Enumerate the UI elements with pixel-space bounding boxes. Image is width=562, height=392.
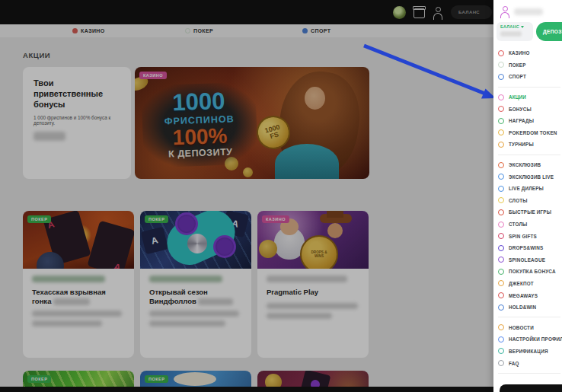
jackpot-icon [498, 280, 504, 286]
sidebar-item-kazino[interactable]: КАЗИНО [498, 47, 562, 59]
faq-icon [498, 360, 504, 366]
sidebar-item-hold-win[interactable]: HOLD&WIN [498, 301, 562, 314]
token-coin-icon [498, 129, 504, 135]
bonus-buy-icon [498, 269, 504, 275]
news-icon [498, 324, 504, 330]
sidebar-item-exclusive[interactable]: ЭКСКЛЮЗИВ [498, 159, 562, 171]
balance-label: БАЛАНС [500, 24, 519, 29]
exclusive-icon [498, 162, 504, 168]
exclusive-live-icon [498, 174, 504, 180]
sidebar-menu: БАЛАНС ДЕПОЗИТ КАЗИНО ПОКЕР СПОРТ А [493, 0, 562, 392]
sidebar-item-bonusy[interactable]: БОНУСЫ [498, 103, 562, 115]
tables-icon [498, 221, 504, 228]
dim-overlay [0, 0, 493, 392]
verification-check-icon [498, 348, 504, 354]
sidebar-item-akcii[interactable]: АКЦИИ [498, 91, 562, 104]
poker-chip-icon [498, 62, 504, 68]
fast-games-rocket-icon [498, 209, 504, 215]
sport-ball-icon [498, 74, 504, 80]
app-screen: БАЛАНС КАЗИНО ПОКЕР СПОРТ АКЦИИ Твои при… [0, 0, 562, 392]
sidebar-divider [498, 373, 560, 374]
sidebar-item-exclusive-live[interactable]: ЭКСКЛЮЗИВ LIVE [498, 171, 562, 183]
spinoleague-icon [498, 257, 504, 263]
sidebar-item-turniry[interactable]: ТУРНИРЫ [498, 139, 562, 151]
hold-win-icon [498, 304, 504, 311]
profile-settings-icon [498, 336, 504, 343]
sidebar-item-verification[interactable]: ВЕРИФИКАЦИЯ [498, 346, 562, 358]
slots-icon [498, 197, 504, 203]
sidebar-bottom-bar [500, 384, 562, 392]
sidebar-item-nagrady[interactable]: НАГРАДЫ [498, 115, 562, 127]
blurred-balance-value [500, 31, 522, 37]
drops-wins-icon [498, 245, 504, 251]
sidebar-item-sport[interactable]: СПОРТ [498, 71, 562, 83]
promo-fire-icon [498, 94, 504, 100]
sidebar-divider [498, 155, 560, 155]
live-dealers-icon [498, 186, 504, 192]
sidebar-divider [498, 317, 560, 317]
sidebar-item-sloty[interactable]: СЛОТЫ [498, 195, 562, 207]
sidebar-nav: КАЗИНО ПОКЕР СПОРТ АКЦИИ БОНУСЫ НАГР [498, 47, 562, 378]
awards-medal-icon [498, 118, 504, 124]
tournaments-trophy-icon [498, 142, 504, 148]
sidebar-item-drops-wins[interactable]: DROPS&WINS [498, 242, 562, 254]
megaways-icon [498, 292, 504, 298]
sidebar-item-faq[interactable]: FAQ [498, 357, 562, 369]
spin-gifts-icon [498, 233, 504, 239]
sidebar-item-spinoleague[interactable]: SPINOLEAGUE [498, 254, 562, 266]
chevron-down-icon [521, 26, 524, 28]
balance-box[interactable]: БАЛАНС [497, 22, 533, 41]
sidebar-item-bonus-buy[interactable]: ПОКУПКА БОНУСА [498, 266, 562, 278]
sidebar-item-pokerdom-token[interactable]: POKERDOM TOKEN NEW [498, 127, 562, 139]
sidebar-item-poker[interactable]: ПОКЕР [498, 59, 562, 72]
sidebar-item-fast-games[interactable]: БЫСТРЫЕ ИГРЫ [498, 206, 562, 218]
dice-icon [498, 50, 504, 56]
sidebar-item-novosti[interactable]: НОВОСТИ [498, 321, 562, 333]
user-icon [500, 6, 509, 17]
sidebar-divider [498, 87, 560, 88]
sidebar-item-profile-settings[interactable]: НАСТРОЙКИ ПРОФИЛЯ [498, 333, 562, 346]
sidebar-user[interactable] [500, 6, 543, 17]
sidebar-item-live-dealers[interactable]: LIVE ДИЛЕРЫ [498, 183, 562, 195]
sidebar-item-stoly[interactable]: СТОЛЫ [498, 218, 562, 231]
bonus-gift-icon [498, 106, 504, 112]
sidebar-item-megaways[interactable]: MEGAWAYS [498, 289, 562, 301]
deposit-button[interactable]: ДЕПОЗИТ [536, 22, 562, 41]
blurred-username [514, 8, 543, 15]
sidebar-item-jackpot[interactable]: ДЖЕКПОТ [498, 278, 562, 290]
sidebar-item-spin-gifts[interactable]: SPIN GIFTS [498, 230, 562, 242]
